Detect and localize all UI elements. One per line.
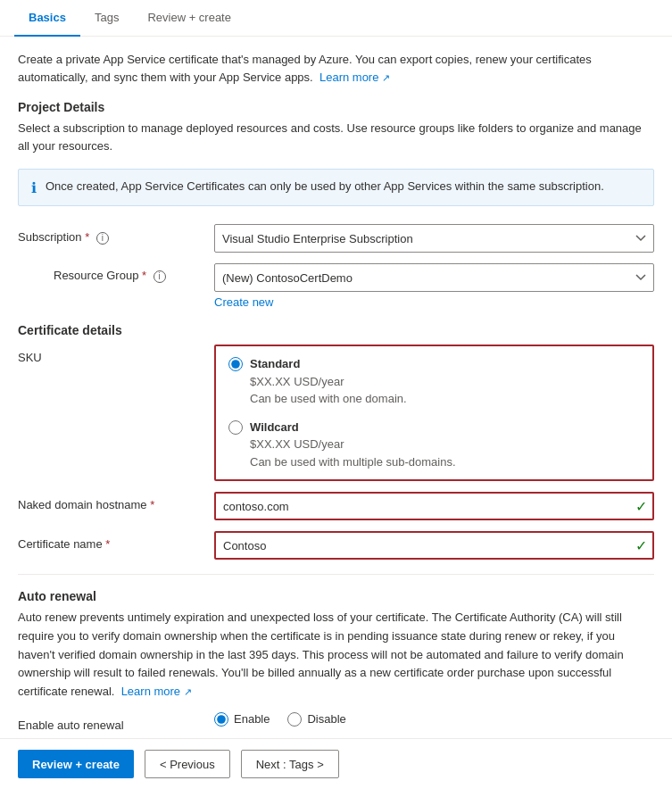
resource-group-label: Resource Group * i [54, 263, 214, 283]
naked-domain-label: Naked domain hostname * [18, 492, 214, 513]
subscription-row: Subscription * i Visual Studio Enterpris… [18, 224, 654, 253]
auto-renewal-options: Enable Disable [214, 712, 654, 727]
sku-wildcard-option: Wildcard $XX.XX USD/year Can be used wit… [228, 419, 640, 471]
sku-row: SKU Standard $XX.XX USD/year Can be used… [18, 345, 654, 481]
certificate-name-label: Certificate name * [18, 531, 214, 552]
tab-tags[interactable]: Tags [80, 0, 133, 37]
tab-bar: Basics Tags Review + create [0, 0, 672, 37]
sku-control: Standard $XX.XX USD/year Can be used wit… [214, 345, 654, 481]
subscription-control: Visual Studio Enterprise Subscription [214, 224, 654, 253]
sku-box: Standard $XX.XX USD/year Can be used wit… [214, 345, 654, 481]
certificate-name-row: Certificate name * ✓ [18, 531, 654, 560]
auto-renewal-description: Auto renew prevents untimely expiration … [18, 609, 654, 702]
next-button[interactable]: Next : Tags > [241, 750, 339, 778]
sku-label: SKU [18, 345, 214, 366]
enable-auto-renewal-control: Enable Disable [214, 712, 654, 727]
previous-button[interactable]: < Previous [145, 750, 230, 778]
disable-label: Disable [307, 712, 345, 726]
sku-wildcard-label: Wildcard $XX.XX USD/year Can be used wit… [250, 419, 456, 471]
enable-auto-renewal-row: Enable auto renewal Enable Disable [18, 712, 654, 734]
sku-standard-radio[interactable] [228, 357, 243, 371]
auto-renewal-learn-more-link[interactable]: Learn more [121, 685, 180, 698]
disable-option[interactable]: Disable [287, 712, 345, 727]
enable-label: Enable [234, 712, 270, 726]
learn-more-link[interactable]: Learn more [319, 71, 378, 84]
resource-group-dropdown[interactable]: (New) ContosoCertDemo [214, 263, 654, 292]
certificate-name-control: ✓ [214, 531, 654, 560]
disable-radio[interactable] [287, 712, 302, 727]
enable-auto-renewal-label: Enable auto renewal [18, 712, 214, 734]
naked-domain-required: * [150, 498, 154, 511]
review-create-button[interactable]: Review + create [18, 750, 134, 778]
resource-group-required: * [142, 269, 146, 282]
info-icon: ℹ [31, 179, 37, 196]
enable-radio[interactable] [214, 712, 228, 727]
certificate-name-input[interactable] [214, 531, 654, 560]
naked-domain-row: Naked domain hostname * ✓ [18, 492, 654, 520]
subscription-required: * [85, 230, 89, 244]
enable-option[interactable]: Enable [214, 712, 270, 727]
project-details-title: Project Details [18, 100, 654, 114]
naked-domain-control: ✓ [214, 492, 654, 520]
tab-review-create[interactable]: Review + create [133, 0, 245, 37]
resource-group-info-tip[interactable]: i [153, 270, 166, 283]
certificate-details-title: Certificate details [18, 323, 654, 337]
sku-standard-option: Standard $XX.XX USD/year Can be used wit… [228, 355, 640, 408]
footer: Review + create < Previous Next : Tags > [0, 738, 672, 789]
certificate-name-required: * [105, 537, 110, 551]
tab-basics[interactable]: Basics [14, 0, 80, 37]
sku-wildcard-radio[interactable] [228, 420, 243, 435]
info-box-text: Once created, App Service Certificates c… [46, 179, 604, 195]
resource-group-control: (New) ContosoCertDemo Create new [214, 263, 654, 309]
auto-renewal-external-icon: ↗ [184, 686, 192, 697]
subscription-dropdown[interactable]: Visual Studio Enterprise Subscription [214, 224, 654, 253]
create-new-link[interactable]: Create new [214, 295, 273, 309]
external-link-icon: ↗ [382, 72, 390, 83]
sku-standard-label: Standard $XX.XX USD/year Can be used wit… [250, 355, 407, 408]
subscription-label: Subscription * i [18, 224, 214, 245]
resource-group-row: Resource Group * i (New) ContosoCertDemo… [18, 263, 654, 309]
certificate-name-check-icon: ✓ [635, 537, 647, 554]
divider [18, 574, 654, 575]
project-details-description: Select a subscription to manage deployed… [18, 120, 654, 154]
auto-renewal-title: Auto renewal [18, 589, 654, 603]
subscription-info-tip[interactable]: i [96, 232, 109, 245]
naked-domain-check-icon: ✓ [635, 498, 647, 515]
info-box: ℹ Once created, App Service Certificates… [18, 169, 654, 206]
naked-domain-input[interactable] [214, 492, 654, 520]
page-description: Create a private App Service certificate… [18, 51, 654, 86]
